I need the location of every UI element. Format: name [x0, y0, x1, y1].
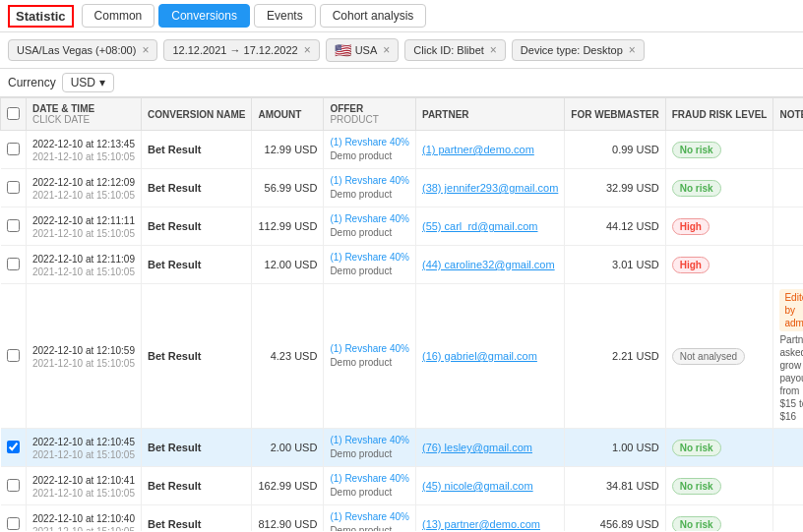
row-note — [773, 429, 803, 467]
fraud-badge-high: High — [672, 257, 710, 273]
row-amount: 12.99 USD — [252, 131, 324, 169]
row-checkbox-cell — [1, 284, 27, 429]
row-conversion-name: Bet Result — [141, 284, 251, 429]
filter-devicetype-label: Device type: Desktop — [521, 44, 623, 56]
tab-cohort-analysis[interactable]: Cohort analysis — [320, 4, 427, 28]
row-offer: (1) Revshare 40%Demo product — [324, 284, 416, 429]
row-datetime: 2022-12-10 at 12:10:402021-12-10 at 15:1… — [27, 505, 142, 532]
fraud-badge-norisk: No risk — [672, 478, 721, 495]
table-row: 2022-12-10 at 12:10:592021-12-10 at 15:1… — [1, 284, 804, 429]
header-offer: OFFER PRODUCT — [324, 98, 416, 131]
header-webmaster: FOR WEBMASTER — [565, 98, 665, 131]
filter-timezone-close[interactable]: × — [142, 43, 149, 57]
tab-events[interactable]: Events — [254, 4, 316, 28]
tab-common[interactable]: Common — [82, 4, 155, 28]
app-title: Statistic — [8, 5, 74, 28]
filter-daterange[interactable]: 12.12.2021 → 17.12.2022 × — [163, 39, 319, 61]
conversions-table: DATE & TIME CLICK DATE CONVERSION NAME A… — [0, 97, 803, 531]
header-amount: AMOUNT — [252, 98, 324, 131]
row-amount: 4.23 USD — [252, 284, 324, 429]
row-note — [773, 467, 803, 505]
row-select-checkbox[interactable] — [7, 349, 20, 362]
filter-timezone[interactable]: USA/Las Vegas (+08:00) × — [8, 39, 157, 61]
row-webmaster-amount: 32.99 USD — [565, 169, 665, 207]
row-select-checkbox[interactable] — [7, 219, 20, 232]
filter-clickid[interactable]: Click ID: Blibet × — [404, 39, 506, 61]
row-amount: 12.00 USD — [252, 246, 324, 284]
currency-selector[interactable]: USD ▾ — [62, 73, 114, 92]
row-webmaster-amount: 2.21 USD — [565, 284, 665, 429]
filter-devicetype[interactable]: Device type: Desktop × — [512, 39, 645, 61]
row-fraud-risk: No risk — [665, 429, 773, 467]
row-note — [773, 207, 803, 246]
row-select-checkbox[interactable] — [7, 441, 20, 453]
row-checkbox-cell — [1, 505, 27, 532]
header-conversion-name: CONVERSION NAME — [141, 98, 251, 131]
row-datetime: 2022-12-10 at 12:10:412021-12-10 at 15:1… — [27, 467, 142, 505]
row-fraud-risk: High — [665, 246, 773, 284]
row-conversion-name: Bet Result — [141, 505, 251, 532]
select-all-checkbox[interactable] — [7, 107, 20, 120]
filter-daterange-close[interactable]: × — [304, 43, 311, 57]
row-datetime: 2022-12-10 at 12:13:452021-12-10 at 15:1… — [27, 131, 142, 169]
row-partner[interactable]: (13) partner@demo.com — [415, 505, 564, 532]
tab-conversions[interactable]: Conversions — [158, 4, 250, 28]
filter-country-label: USA — [355, 44, 378, 56]
row-partner[interactable]: (38) jennifer293@gmail.com — [415, 169, 564, 207]
row-conversion-name: Bet Result — [141, 467, 251, 505]
usa-flag-icon: 🇺🇸 — [335, 42, 351, 58]
row-webmaster-amount: 44.12 USD — [565, 207, 665, 246]
row-select-checkbox[interactable] — [7, 479, 20, 492]
row-fraud-risk: No risk — [665, 505, 773, 532]
row-select-checkbox[interactable] — [7, 181, 20, 194]
filter-clickid-close[interactable]: × — [490, 43, 497, 57]
currency-label: Currency — [8, 76, 56, 89]
row-note — [773, 505, 803, 532]
header-datetime: DATE & TIME CLICK DATE — [27, 98, 142, 131]
table-row: 2022-12-10 at 12:12:092021-12-10 at 15:1… — [1, 169, 804, 207]
row-datetime: 2022-12-10 at 12:11:092021-12-10 at 15:1… — [27, 246, 142, 284]
row-webmaster-amount: 34.81 USD — [565, 467, 665, 505]
row-fraud-risk: Not analysed — [665, 284, 773, 429]
row-datetime: 2022-12-10 at 12:11:112021-12-10 at 15:1… — [27, 207, 142, 246]
row-amount: 812.90 USD — [252, 505, 324, 532]
row-datetime: 2022-12-10 at 12:10:592021-12-10 at 15:1… — [27, 284, 142, 429]
row-select-checkbox[interactable] — [7, 143, 20, 155]
row-partner[interactable]: (55) carl_rd@gmail.com — [415, 207, 564, 246]
row-partner[interactable]: (1) partner@demo.com — [415, 131, 564, 169]
row-checkbox-cell — [1, 131, 27, 169]
row-webmaster-amount: 0.99 USD — [565, 131, 665, 169]
fraud-badge-high: High — [672, 218, 710, 235]
filter-bar: USA/Las Vegas (+08:00) × 12.12.2021 → 17… — [0, 32, 803, 69]
row-conversion-name: Bet Result — [141, 169, 251, 207]
row-webmaster-amount: 3.01 USD — [565, 246, 665, 284]
row-partner[interactable]: (76) lesley@gmail.com — [415, 429, 564, 467]
header-fraud: FRAUD RISK LEVEL — [665, 98, 773, 131]
chevron-down-icon: ▾ — [99, 76, 105, 89]
row-note — [773, 246, 803, 284]
row-offer: (1) Revshare 40%Demo product — [324, 131, 416, 169]
row-conversion-name: Bet Result — [141, 207, 251, 246]
row-partner[interactable]: (44) caroline32@gmail.com — [415, 246, 564, 284]
row-conversion-name: Bet Result — [141, 246, 251, 284]
row-select-checkbox[interactable] — [7, 258, 20, 270]
row-offer: (1) Revshare 40%Demo product — [324, 467, 416, 505]
row-amount: 2.00 USD — [252, 429, 324, 467]
filter-devicetype-close[interactable]: × — [629, 43, 636, 57]
filter-country[interactable]: 🇺🇸 USA × — [326, 38, 400, 62]
row-partner[interactable]: (45) nicole@gmail.com — [415, 467, 564, 505]
header-checkbox-col — [1, 98, 27, 131]
filter-timezone-label: USA/Las Vegas (+08:00) — [17, 44, 136, 56]
row-offer: (1) Revshare 40%Demo product — [324, 429, 416, 467]
row-amount: 162.99 USD — [252, 467, 324, 505]
row-partner[interactable]: (16) gabriel@gmail.com — [415, 284, 564, 429]
row-conversion-name: Bet Result — [141, 429, 251, 467]
conversions-table-container: DATE & TIME CLICK DATE CONVERSION NAME A… — [0, 97, 803, 531]
table-row: 2022-12-10 at 12:11:092021-12-10 at 15:1… — [1, 246, 804, 284]
row-select-checkbox[interactable] — [7, 517, 20, 530]
row-checkbox-cell — [1, 207, 27, 246]
table-row: 2022-12-10 at 12:10:412021-12-10 at 15:1… — [1, 467, 804, 505]
filter-country-close[interactable]: × — [383, 43, 390, 57]
row-conversion-name: Bet Result — [141, 131, 251, 169]
row-checkbox-cell — [1, 169, 27, 207]
